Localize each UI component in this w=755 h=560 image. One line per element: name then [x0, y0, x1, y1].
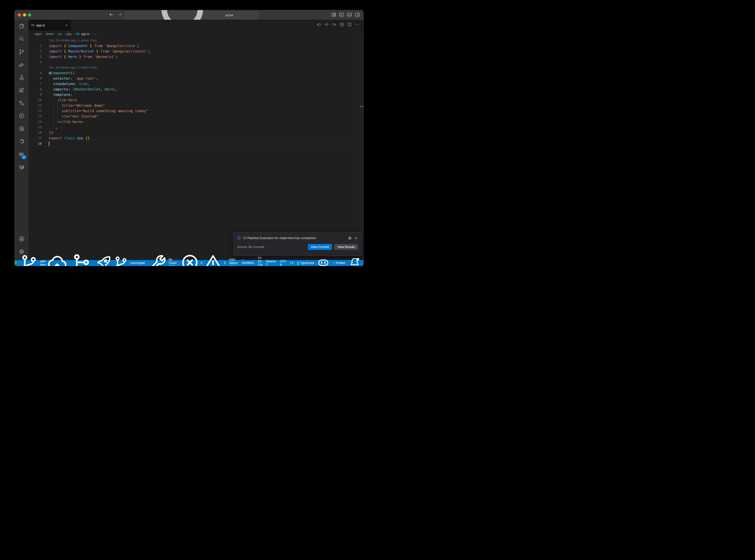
code-line-5[interactable]: 5@Component({ — [28, 70, 363, 76]
line-number-12: 12 — [28, 108, 42, 114]
tab-close-icon[interactable]: × — [64, 23, 68, 27]
activity-item-run-debug[interactable] — [15, 58, 28, 71]
breadcrumb-item-demo[interactable]: demo — [46, 32, 54, 36]
activity-bar: N2 — [15, 20, 28, 260]
status-item-eol[interactable]: LF — [289, 260, 295, 266]
activity-item-search[interactable] — [15, 33, 28, 45]
split-editor-icon[interactable] — [347, 22, 352, 27]
toggle-sidebar-icon[interactable] — [339, 12, 344, 17]
search-icon — [19, 36, 25, 42]
activity-item-gitlens-search[interactable] — [15, 122, 28, 135]
code-line-8[interactable]: 8 imports: [RouterOutlet, Hero], — [28, 86, 363, 92]
breadcrumb-item-app[interactable]: app — [66, 32, 72, 36]
code-line-14[interactable]: 14 ></lib-hero> — [28, 119, 363, 124]
warning-icon — [203, 253, 223, 266]
status-item-launchpad[interactable]: Launchpad — [94, 260, 146, 266]
status-item-nx-cloud-ai-fix[interactable]: Nx Cloud AI Fix — [146, 260, 178, 266]
minimize-window-button[interactable] — [23, 13, 26, 17]
notification-close-icon[interactable] — [354, 236, 358, 240]
status-item-vim-mode[interactable]: -- NORMAL -- — [240, 260, 256, 266]
tab-app-ts[interactable]: TS app.ts × — [28, 20, 71, 31]
arrow-right-icon[interactable] — [117, 12, 122, 17]
code-line-10[interactable]: 10 <lib-hero — [28, 97, 363, 103]
activity-item-gitlens[interactable] — [15, 109, 28, 122]
activity-item-testing[interactable] — [15, 71, 28, 84]
code-line-1[interactable]: 1import { Component } from '@angular/cor… — [28, 43, 363, 48]
status-item-graph-indicator[interactable] — [69, 260, 94, 266]
line-number-11: 11 — [28, 103, 42, 108]
code-text: }) — [49, 130, 53, 135]
remote-indicator[interactable] — [15, 260, 17, 266]
nav-back-icon[interactable] — [317, 22, 321, 27]
scrollbar[interactable] — [360, 37, 363, 260]
git-blame-annotation: You, 26 minutes ago | 1 author (You) — [28, 65, 363, 70]
code-line-4[interactable]: 4 — [28, 59, 363, 65]
code-line-2[interactable]: 2import { RouterOutlet } from '@angular/… — [28, 48, 363, 54]
status-item-copilot-status[interactable] — [316, 260, 331, 266]
more-icon[interactable] — [355, 22, 359, 27]
customize-layout-icon[interactable] — [331, 12, 336, 17]
code-line-16[interactable]: 16}) — [28, 130, 363, 135]
flask-icon — [19, 75, 25, 80]
gitlens-icon[interactable] — [339, 22, 344, 27]
status-text: 0 — [224, 261, 225, 265]
breadcrumb-suffix[interactable]: ... — [94, 32, 96, 36]
status-item-encoding[interactable]: UTF-8 — [278, 260, 288, 266]
status-item-cursor-position[interactable]: Ln 18, Col 1 — [256, 260, 264, 266]
cloud-up-icon — [47, 253, 67, 266]
line-number-7: 7 — [28, 81, 42, 86]
search-value: acme — [225, 13, 233, 17]
breadcrumb-item-apps[interactable]: apps — [35, 32, 41, 36]
activity-item-source-control[interactable] — [15, 45, 28, 58]
nav-arrows — [109, 12, 122, 17]
code-line-18[interactable]: 18 — [28, 141, 363, 147]
command-center-search[interactable]: acme — [125, 12, 258, 19]
code-line-11[interactable]: 11 title="Welcmoe demo" — [28, 103, 363, 108]
status-text: Spaces: 2 — [266, 260, 276, 266]
code-line-15[interactable]: 15 `, — [28, 124, 363, 130]
status-item-language-mode[interactable]: {}TypeScript — [295, 260, 316, 266]
activity-item-edge-tools[interactable] — [15, 135, 28, 148]
code-line-3[interactable]: 3import { Hero } from '@acme/ui'; — [28, 54, 363, 59]
line-number-8: 8 — [28, 86, 42, 92]
line-number-17: 17 — [28, 135, 42, 141]
activity-item-accounts[interactable] — [15, 233, 28, 245]
status-item-prettier[interactable]: Prettier — [331, 260, 347, 266]
view-commit-button[interactable]: View Commit — [308, 244, 332, 250]
arrow-left-icon[interactable] — [109, 12, 114, 17]
code-line-12[interactable]: 12 subtitle="Build something amazing tod… — [28, 108, 363, 114]
activity-item-hierarchy-view[interactable] — [15, 97, 28, 109]
line-number-15: 15 — [28, 124, 42, 130]
code-line-7[interactable]: 7 standalone: true, — [28, 81, 363, 86]
activity-item-explorer[interactable] — [15, 20, 28, 33]
toggle-panel-icon[interactable] — [347, 12, 352, 17]
line-number-14: 14 — [28, 119, 42, 124]
status-item-problems[interactable]: 00 — [178, 260, 227, 266]
activity-item-nx-console[interactable]: N2 — [15, 148, 28, 161]
code-line-9[interactable]: 9 template: ` — [28, 92, 363, 97]
nav-dash-icon[interactable] — [324, 22, 329, 27]
breadcrumb-separator: › — [91, 33, 92, 36]
notification-settings-gear-icon[interactable] — [348, 236, 352, 240]
breadcrumb-item-src[interactable]: src — [58, 32, 62, 36]
close-window-button[interactable] — [18, 13, 21, 17]
status-item-indentation[interactable]: Spaces: 2 — [264, 260, 278, 266]
zoom-window-button[interactable] — [28, 13, 31, 17]
code-line-6[interactable]: 6 selector: 'app-root', — [28, 76, 363, 81]
code-editor[interactable]: You, 26 minutes ago | 1 author (You)1imp… — [28, 37, 363, 260]
breadcrumb-item-file[interactable]: app.ts — [81, 32, 90, 36]
toggle-secondary-sidebar-icon[interactable] — [355, 12, 360, 17]
view-results-button[interactable]: View Results — [334, 244, 358, 250]
activity-item-extensions[interactable] — [15, 84, 28, 97]
status-item-branch-indicator[interactable]: add-hero — [17, 260, 69, 266]
status-item-auto-attach[interactable]: Auto Attach: Always — [227, 260, 240, 266]
code-line-13[interactable]: 13 cta="Get Started" — [28, 114, 363, 119]
line-number-2: 2 — [28, 48, 42, 54]
nav-forward-icon[interactable] — [332, 22, 337, 27]
activity-item-containers[interactable] — [15, 161, 28, 174]
extensions-icon — [19, 87, 25, 93]
status-item-notifications-bell[interactable] — [347, 260, 362, 266]
remote-icon — [15, 261, 17, 265]
code-line-17[interactable]: 17export class App {} — [28, 135, 363, 141]
container-icon — [19, 164, 25, 170]
